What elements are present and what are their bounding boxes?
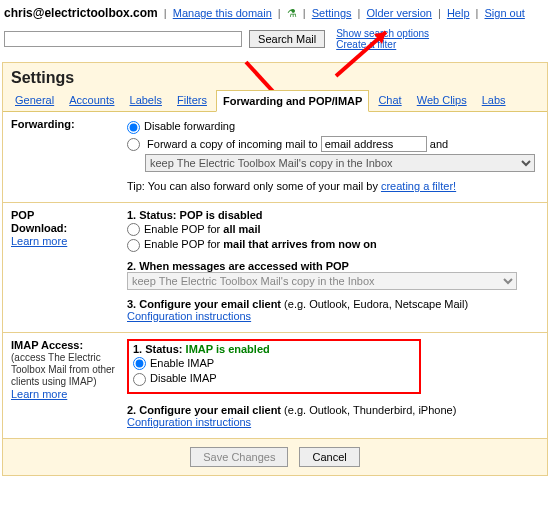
creating-filter-link[interactable]: creating a filter! — [381, 180, 456, 192]
tab-labs[interactable]: Labs — [476, 90, 512, 110]
pop-status-value: POP is disabled — [180, 209, 263, 221]
tab-labels[interactable]: Labels — [124, 90, 168, 110]
tab-chat[interactable]: Chat — [372, 90, 407, 110]
manage-domain-link[interactable]: Manage this domain — [173, 7, 272, 19]
and-text: and — [430, 138, 448, 150]
pop-enable-all-b: all mail — [223, 223, 260, 235]
settings-title: Settings — [3, 63, 547, 87]
pop-enable-all-radio[interactable] — [127, 223, 140, 236]
pop-enable-all-pre: Enable POP for — [144, 223, 223, 235]
imap-status-value: IMAP is enabled — [186, 343, 270, 355]
pop-label-2: Download: — [11, 222, 127, 235]
older-version-link[interactable]: Older version — [367, 7, 432, 19]
pop-action-select: keep The Electric Toolbox Mail's copy in… — [127, 272, 517, 290]
imap-status-prefix: 1. Status: — [133, 343, 186, 355]
disable-forwarding-text: Disable forwarding — [144, 120, 235, 132]
search-mail-button[interactable]: Search Mail — [249, 30, 325, 48]
forwarding-section: Forwarding: Disable forwarding Forward a… — [3, 112, 547, 203]
pop-enable-now-pre: Enable POP for — [144, 238, 223, 250]
show-search-options-link[interactable]: Show search options — [336, 28, 429, 39]
labs-icon: ⚗ — [287, 7, 297, 19]
tab-forwarding-pop-imap[interactable]: Forwarding and POP/IMAP — [216, 90, 369, 112]
sign-out-link[interactable]: Sign out — [485, 7, 525, 19]
pop-status-prefix: 1. Status: — [127, 209, 180, 221]
settings-link[interactable]: Settings — [312, 7, 352, 19]
tab-accounts[interactable]: Accounts — [63, 90, 120, 110]
pop-config-link[interactable]: Configuration instructions — [127, 310, 251, 322]
imap-step2-t: (e.g. Outlook, Thunderbird, iPhone) — [281, 404, 456, 416]
imap-step2-b: 2. Configure your email client — [127, 404, 281, 416]
pop-label-1: POP — [11, 209, 127, 222]
user-email: chris@electrictoolbox.com — [4, 6, 158, 20]
forward-address-input[interactable] — [321, 136, 427, 152]
pop-enable-now-b: mail that arrives from now on — [223, 238, 376, 250]
enable-forwarding-radio[interactable] — [127, 138, 140, 151]
forward-keep-select[interactable]: keep The Electric Toolbox Mail's copy in… — [145, 154, 535, 172]
tab-row: General Accounts Labels Filters Forwardi… — [3, 87, 547, 112]
disable-imap-radio[interactable] — [133, 373, 146, 386]
create-filter-link[interactable]: Create a filter — [336, 39, 396, 50]
pop-enable-now-radio[interactable] — [127, 239, 140, 252]
tip-text: Tip: You can also forward only some of y… — [127, 180, 381, 192]
footer-buttons: Save Changes Cancel — [3, 438, 547, 475]
disable-imap-text: Disable IMAP — [150, 372, 217, 384]
help-link[interactable]: Help — [447, 7, 470, 19]
forwarding-label: Forwarding: — [11, 118, 127, 131]
imap-label: IMAP Access: — [11, 339, 127, 352]
enable-imap-radio[interactable] — [133, 357, 146, 370]
imap-config-link[interactable]: Configuration instructions — [127, 416, 251, 428]
pop-step2-heading: 2. When messages are accessed with POP — [127, 260, 539, 272]
imap-section: IMAP Access: (access The Electric Toolbo… — [3, 333, 547, 438]
imap-sub: (access The Electric Toolbox Mail from o… — [11, 352, 127, 388]
pop-step3-t: (e.g. Outlook, Eudora, Netscape Mail) — [281, 298, 468, 310]
disable-forwarding-radio[interactable] — [127, 121, 140, 134]
imap-learn-more-link[interactable]: Learn more — [11, 388, 67, 400]
search-input[interactable] — [4, 31, 242, 47]
enable-imap-text: Enable IMAP — [150, 357, 214, 369]
settings-panel: Settings General Accounts Labels Filters… — [2, 62, 548, 476]
search-row: Search Mail Show search options Create a… — [0, 24, 550, 60]
top-bar: chris@electrictoolbox.com | Manage this … — [0, 0, 550, 24]
tab-general[interactable]: General — [9, 90, 60, 110]
pop-learn-more-link[interactable]: Learn more — [11, 235, 67, 247]
pop-step3-b: 3. Configure your email client — [127, 298, 281, 310]
imap-highlight-box: 1. Status: IMAP is enabled Enable IMAP D… — [127, 339, 421, 394]
tab-filters[interactable]: Filters — [171, 90, 213, 110]
tab-web-clips[interactable]: Web Clips — [411, 90, 473, 110]
cancel-button[interactable]: Cancel — [299, 447, 359, 467]
save-changes-button[interactable]: Save Changes — [190, 447, 288, 467]
pop-section: POP Download: Learn more 1. Status: POP … — [3, 203, 547, 333]
forward-copy-text: Forward a copy of incoming mail to — [147, 138, 318, 150]
